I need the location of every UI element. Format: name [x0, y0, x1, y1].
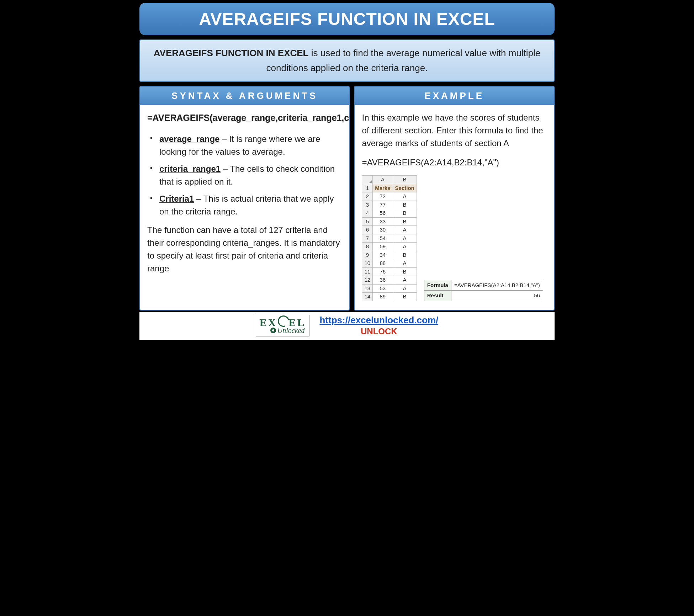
cell: A — [393, 243, 417, 251]
footer-text: https://excelunlocked.com/ UNLOCK — [319, 315, 438, 336]
row-head: 7 — [362, 234, 373, 243]
result-value: 56 — [451, 291, 543, 301]
syntax-body: =AVERAGEIFS(average_range,criteria_range… — [140, 105, 349, 283]
syntax-header: SYNTAX & ARGUMENTS — [140, 87, 349, 105]
cell: B — [393, 251, 417, 259]
example-header: EXAMPLE — [355, 87, 554, 105]
col-head-a: A — [373, 176, 393, 184]
cell: 34 — [373, 251, 393, 259]
cell: 53 — [373, 284, 393, 293]
logo-c-icon — [278, 318, 288, 328]
cell: 30 — [373, 226, 393, 234]
syntax-column: SYNTAX & ARGUMENTS =AVERAGEIFS(average_r… — [139, 86, 350, 310]
cell: A — [393, 276, 417, 285]
row-head: 10 — [362, 259, 373, 268]
header-marks: Marks — [373, 184, 393, 192]
logo-bottom-wrap: Unlocked — [260, 326, 305, 335]
row-head: 6 — [362, 226, 373, 234]
row-head: 13 — [362, 284, 373, 293]
description-box: AVERAGEIFS FUNCTION IN EXCEL is used to … — [139, 39, 555, 82]
example-row: A B 1 Marks Section 272A 377B 456B 533B … — [362, 175, 547, 301]
cell: 54 — [373, 234, 393, 243]
row-head: 8 — [362, 243, 373, 251]
row-head: 4 — [362, 209, 373, 218]
header-section: Section — [393, 184, 417, 192]
table-corner — [362, 176, 373, 184]
cell: 88 — [373, 259, 393, 268]
argument-item: average_range – It is range where we are… — [150, 133, 342, 158]
key-icon — [270, 328, 276, 333]
cell: A — [393, 259, 417, 268]
main-title: AVERAGEIFS FUNCTION IN EXCEL — [139, 3, 555, 35]
result-box: Formula =AVERAGEIFS(A2:A14,B2:B14,"A") R… — [424, 280, 543, 301]
data-table: A B 1 Marks Section 272A 377B 456B 533B … — [362, 175, 417, 301]
argument-item: criteria_range1 – The cells to check con… — [150, 163, 342, 188]
result-formula-value: =AVERAGEIFS(A2:A14,B2:B14,"A") — [451, 280, 543, 291]
argument-item: Criteria1 – This is actual criteria that… — [150, 192, 342, 218]
footer: EXEL Unlocked https://excelunlocked.com/… — [139, 312, 555, 340]
argument-list: average_range – It is range where we are… — [147, 133, 342, 218]
row-head: 1 — [362, 184, 373, 192]
cell: A — [393, 192, 417, 201]
cell: B — [393, 267, 417, 276]
description-bold: AVERAGEIFS FUNCTION IN EXCEL — [154, 48, 309, 58]
row-head: 11 — [362, 267, 373, 276]
argument-name: Criteria1 — [159, 194, 194, 203]
cell: A — [393, 226, 417, 234]
example-intro: In this example we have the scores of st… — [362, 111, 547, 150]
cell: 59 — [373, 243, 393, 251]
cell: B — [393, 201, 417, 209]
cell: B — [393, 217, 417, 226]
row-head: 12 — [362, 276, 373, 285]
footer-unlock: UNLOCK — [319, 326, 438, 336]
cell: 72 — [373, 192, 393, 201]
cell: 76 — [373, 267, 393, 276]
footer-link[interactable]: https://excelunlocked.com/ — [319, 315, 438, 325]
row-head: 14 — [362, 293, 373, 301]
syntax-formula: =AVERAGEIFS(average_range,criteria_range… — [147, 111, 342, 125]
logo: EXEL Unlocked — [256, 315, 310, 336]
example-body: In this example we have the scores of st… — [355, 105, 554, 310]
cell: A — [393, 234, 417, 243]
cell: B — [393, 209, 417, 218]
row-head: 9 — [362, 251, 373, 259]
example-formula: =AVERAGEIFS(A2:A14,B2:B14,"A") — [362, 156, 547, 169]
infographic-container: AVERAGEIFS FUNCTION IN EXCEL AVERAGEIFS … — [139, 3, 555, 340]
argument-name: average_range — [159, 134, 219, 144]
syntax-note: The function can have a total of 127 cri… — [147, 224, 342, 275]
cell: B — [393, 293, 417, 301]
row-head: 5 — [362, 217, 373, 226]
cell: 77 — [373, 201, 393, 209]
cell: 56 — [373, 209, 393, 218]
cell: A — [393, 284, 417, 293]
row-head: 2 — [362, 192, 373, 201]
columns: SYNTAX & ARGUMENTS =AVERAGEIFS(average_r… — [139, 86, 555, 310]
row-head: 3 — [362, 201, 373, 209]
cell: 89 — [373, 293, 393, 301]
argument-name: criteria_range1 — [159, 164, 221, 174]
cell: 33 — [373, 217, 393, 226]
cell: 36 — [373, 276, 393, 285]
logo-bottom: Unlocked — [277, 326, 305, 335]
result-formula-label: Formula — [424, 280, 451, 291]
result-label: Result — [424, 291, 451, 301]
example-column: EXAMPLE In this example we have the scor… — [354, 86, 555, 310]
col-head-b: B — [393, 176, 417, 184]
